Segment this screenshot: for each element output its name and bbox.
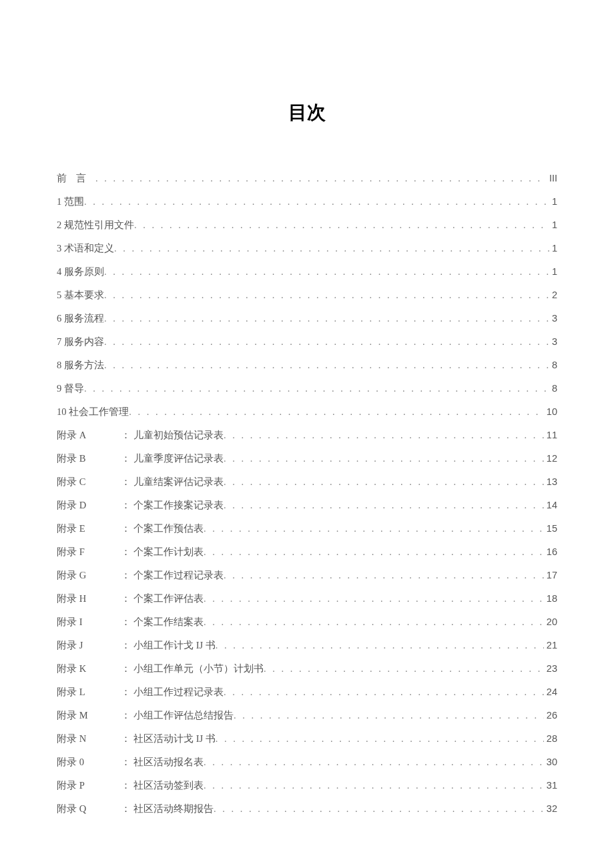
toc-leader-dots xyxy=(224,687,544,698)
toc-appendix-prefix: 附录 A xyxy=(57,429,121,442)
toc-entry-page: 17 xyxy=(544,570,557,580)
toc-appendix-entry: 附录 K：小组工作单元（小节）计划书23 xyxy=(57,663,557,675)
toc-appendix-entry: 附录 G：个案工作过程记录表17 xyxy=(57,569,557,582)
page-title: 目次 xyxy=(57,100,557,125)
toc-appendix-entry: 附录 J：小组工作计戈 IJ 书21 xyxy=(57,639,557,652)
toc-entry-page: 3 xyxy=(549,336,557,347)
toc-appendix-prefix: 附录 N xyxy=(57,733,121,745)
toc-appendix-title: 个案工作计划表 xyxy=(133,546,204,558)
toc-entry-page: 18 xyxy=(544,593,557,604)
toc-appendix-prefix: 附录 D xyxy=(57,499,121,512)
toc-colon: ： xyxy=(121,709,133,722)
toc-entry: 10 社会工作管理10 xyxy=(57,406,557,418)
toc-appendix-entry: 附录 A：儿童初始预估记录表11 xyxy=(57,429,557,442)
toc-appendix-entry: 附录 N：社区活动计戈 IJ 书28 xyxy=(57,733,557,745)
toc-appendix-title: 小组工作评估总结报告 xyxy=(133,709,234,722)
toc-appendix-title: 个案工作过程记录表 xyxy=(133,569,224,582)
toc-leader-dots xyxy=(204,593,544,604)
toc-entry-page: 12 xyxy=(544,453,557,464)
toc-entry-page: 1 xyxy=(549,243,557,254)
toc-appendix-prefix: 附录 I xyxy=(57,616,121,628)
toc-appendix-entry: 附录 E：个案工作预估表15 xyxy=(57,522,557,535)
toc-appendix-entry: 附录 P：社区活动签到表31 xyxy=(57,779,557,792)
toc-leader-dots xyxy=(84,383,549,394)
toc-appendix-prefix: 附录 C xyxy=(57,476,121,488)
table-of-contents: 前言III1 范围12 规范性引用文件13 术语和定义14 服务原则15 基本要… xyxy=(57,172,557,815)
toc-leader-dots xyxy=(204,616,544,628)
toc-leader-dots xyxy=(264,663,544,675)
toc-appendix-prefix: 附录 G xyxy=(57,569,121,582)
toc-leader-dots xyxy=(216,640,544,651)
toc-appendix-prefix: 附录 0 xyxy=(57,756,121,769)
toc-appendix-title: 小组工作过程记录表 xyxy=(133,686,224,699)
toc-entry-page: 1 xyxy=(549,196,557,207)
toc-entry: 3 术语和定义1 xyxy=(57,242,557,255)
toc-entry-page: 3 xyxy=(549,313,557,324)
toc-entry-page: 26 xyxy=(544,710,557,721)
toc-colon: ： xyxy=(121,663,133,675)
toc-appendix-prefix: 附录 F xyxy=(57,546,121,558)
toc-colon: ： xyxy=(121,616,133,628)
toc-appendix-prefix: 附录 E xyxy=(57,522,121,535)
toc-entry: 前言III xyxy=(57,172,557,185)
toc-appendix-title: 个案工作评估表 xyxy=(133,592,204,605)
toc-colon: ： xyxy=(121,429,133,442)
toc-colon: ： xyxy=(121,569,133,582)
toc-leader-dots xyxy=(134,220,549,231)
toc-entry-page: 31 xyxy=(544,780,557,791)
toc-leader-dots xyxy=(204,523,544,534)
toc-leader-dots xyxy=(129,406,544,418)
toc-entry: 7 服务内容3 xyxy=(57,336,557,348)
toc-entry-page: 32 xyxy=(544,803,557,814)
toc-appendix-title: 儿童初始预估记录表 xyxy=(133,429,224,442)
toc-colon: ： xyxy=(121,522,133,535)
toc-entry: 9 督导8 xyxy=(57,382,557,395)
toc-appendix-entry: 附录 C：儿童结案评估记录表13 xyxy=(57,476,557,488)
toc-leader-dots xyxy=(224,476,544,488)
toc-colon: ： xyxy=(121,476,133,488)
toc-appendix-entry: 附录 M：小组工作评估总结报告26 xyxy=(57,709,557,722)
toc-leader-dots xyxy=(104,336,549,348)
toc-appendix-entry: 附录 B：儿童季度评估记录表12 xyxy=(57,452,557,465)
toc-appendix-prefix: 附录 J xyxy=(57,639,121,652)
toc-appendix-entry: 附录 D：个案工作接案记录表14 xyxy=(57,499,557,512)
toc-colon: ： xyxy=(121,686,133,699)
toc-appendix-title: 社区活动计戈 IJ 书 xyxy=(133,733,216,745)
toc-appendix-prefix: 附录 P xyxy=(57,779,121,792)
toc-appendix-entry: 附录 0：社区活动报名表30 xyxy=(57,756,557,769)
toc-leader-dots xyxy=(216,733,544,745)
toc-colon: ： xyxy=(121,546,133,558)
toc-colon: ： xyxy=(121,779,133,792)
toc-entry-label: 2 规范性引用文件 xyxy=(57,219,134,232)
toc-appendix-title: 个案工作预估表 xyxy=(133,522,204,535)
toc-appendix-entry: 附录 H：个案工作评估表18 xyxy=(57,592,557,605)
toc-entry-page: 1 xyxy=(549,266,557,277)
toc-entry-label: 8 服务方法 xyxy=(57,359,104,372)
toc-appendix-title: 小组工作单元（小节）计划书 xyxy=(133,663,264,675)
toc-entry-label: 1 范围 xyxy=(57,195,84,208)
toc-entry-label: 10 社会工作管理 xyxy=(57,406,129,418)
toc-colon: ： xyxy=(121,756,133,769)
toc-appendix-prefix: 附录 Q xyxy=(57,803,121,815)
toc-entry-page: 8 xyxy=(549,360,557,370)
toc-leader-dots xyxy=(214,803,544,815)
toc-entry-label: 4 服务原则 xyxy=(57,266,104,278)
toc-entry-label: 3 术语和定义 xyxy=(57,242,114,255)
toc-entry-page: 1 xyxy=(549,220,557,230)
toc-appendix-prefix: 附录 K xyxy=(57,663,121,675)
document-page: 目次 前言III1 范围12 规范性引用文件13 术语和定义14 服务原则15 … xyxy=(0,0,614,868)
toc-appendix-prefix: 附录 H xyxy=(57,592,121,605)
toc-entry: 5 基本要求2 xyxy=(57,289,557,302)
toc-colon: ： xyxy=(121,592,133,605)
toc-entry-page: 15 xyxy=(544,523,557,534)
toc-leader-dots xyxy=(104,360,549,371)
toc-leader-dots xyxy=(204,546,544,558)
toc-entry-page: 20 xyxy=(544,616,557,627)
toc-leader-dots xyxy=(104,313,549,324)
toc-entry: 6 服务流程3 xyxy=(57,312,557,325)
toc-entry-page: 23 xyxy=(544,663,557,674)
toc-appendix-prefix: 附录 L xyxy=(57,686,121,699)
toc-appendix-title: 个案工作结案表 xyxy=(133,616,204,628)
toc-entry-page: 30 xyxy=(544,757,557,767)
toc-colon: ： xyxy=(121,639,133,652)
